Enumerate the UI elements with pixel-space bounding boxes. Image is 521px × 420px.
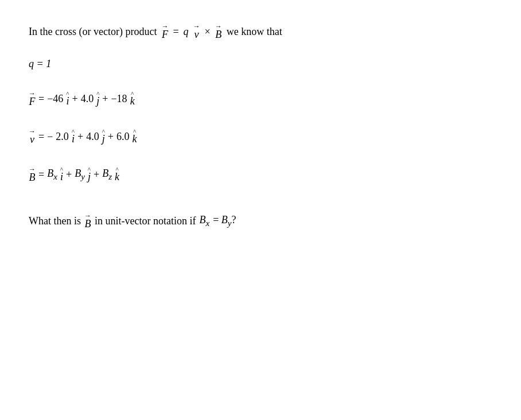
B-k-hat: ^ k <box>115 166 119 183</box>
F-coeff3: −18 <box>111 93 127 105</box>
B-letter: B <box>215 29 221 41</box>
k-letter-1: k <box>130 95 135 107</box>
intro-line: In the cross (or vector) product → F = q… <box>29 23 492 41</box>
Bz-term: Bz <box>102 168 112 182</box>
v-vector-eq: → v = − 2.0 ^ i + 4.0 ^ j + 6.0 ^ k <box>29 128 492 146</box>
F-vector-eq: → F = −46 ^ i + 4.0 ^ j + −18 ^ k <box>29 90 492 108</box>
B-vector-symbol-header: → B <box>215 23 222 41</box>
Bx-term: Bx <box>47 168 57 182</box>
B-q-letter: B <box>84 218 91 230</box>
F-coeff2: 4.0 <box>81 93 94 105</box>
i-letter-3: i <box>60 171 63 183</box>
By-subscript: y <box>81 172 85 181</box>
i-letter-2: i <box>72 133 75 145</box>
what-then-is: What then is <box>29 215 81 227</box>
B-question-vec: → B <box>84 212 91 230</box>
k-letter-3: k <box>115 171 119 183</box>
v-vector-symbol: → v <box>193 23 200 41</box>
q-scalar: q <box>184 26 189 38</box>
in-unit-vector: in unit-vector notation if <box>95 215 196 227</box>
F-letter: F <box>162 29 168 41</box>
v-vec-arrow: → v <box>29 128 36 146</box>
v-coeff3: 6.0 <box>116 131 130 143</box>
cross-sign: × <box>205 26 211 38</box>
F-k-hat: ^ k <box>130 91 135 107</box>
i-letter-1: i <box>66 95 69 107</box>
F-i-hat: ^ i <box>66 91 69 107</box>
B-i-hat: ^ i <box>60 166 63 183</box>
B-j-hat: ^ j <box>88 166 91 183</box>
F-plus1: + <box>72 93 77 105</box>
F-plus2: + <box>102 93 108 105</box>
By-cond-sub: y <box>228 219 232 228</box>
By-term: By <box>75 168 85 182</box>
eq-By: = By? <box>213 214 236 228</box>
j-letter-1: j <box>96 95 99 107</box>
F-coeff1: −46 <box>47 93 63 105</box>
Bx-cond-sub: x <box>205 219 209 228</box>
F-eq-letter: F <box>29 96 36 108</box>
v-minus: − <box>47 131 53 143</box>
v-plus2: + <box>108 131 114 143</box>
v-eq-letter: v <box>30 134 34 146</box>
F-vector-symbol: → F <box>161 23 168 41</box>
equals-sign: = <box>173 26 178 38</box>
q-var: q <box>29 58 34 69</box>
j-letter-3: j <box>88 171 91 183</box>
v-k-hat: ^ k <box>132 129 137 145</box>
intro-text: In the cross (or vector) product <box>29 26 157 38</box>
v-coeff2: 4.0 <box>86 131 99 143</box>
Bx-condition: Bx <box>199 214 209 228</box>
B-vector-eq: → B = Bx ^ i + By ^ j + Bz ^ k <box>29 166 492 184</box>
v-plus1: + <box>77 131 83 143</box>
Bz-subscript: z <box>108 172 112 181</box>
q-value: = 1 <box>37 58 52 69</box>
B-vec-arrow: → B <box>29 166 36 184</box>
v-j-hat: ^ j <box>102 129 105 145</box>
bottom-question: What then is → B in unit-vector notation… <box>29 212 492 230</box>
k-letter-2: k <box>132 133 137 145</box>
B-plus2: + <box>94 169 99 181</box>
F-j-hat: ^ j <box>96 91 99 107</box>
Bx-subscript: x <box>53 172 57 181</box>
main-content: In the cross (or vector) product → F = q… <box>17 11 504 236</box>
B-eq-sign: = <box>38 169 44 181</box>
F-eq-sign: = <box>38 93 44 105</box>
we-know-text: we know that <box>227 26 282 38</box>
q-line: q = 1 <box>29 58 492 70</box>
v-i-hat: ^ i <box>72 129 75 145</box>
v-eq-sign: = <box>38 131 44 143</box>
v-letter: v <box>195 29 199 41</box>
B-plus1: + <box>66 169 72 181</box>
j-letter-2: j <box>102 133 105 145</box>
B-eq-letter: B <box>29 172 36 184</box>
v-coeff1: 2.0 <box>56 131 69 143</box>
F-vec-arrow: → F <box>29 90 36 108</box>
